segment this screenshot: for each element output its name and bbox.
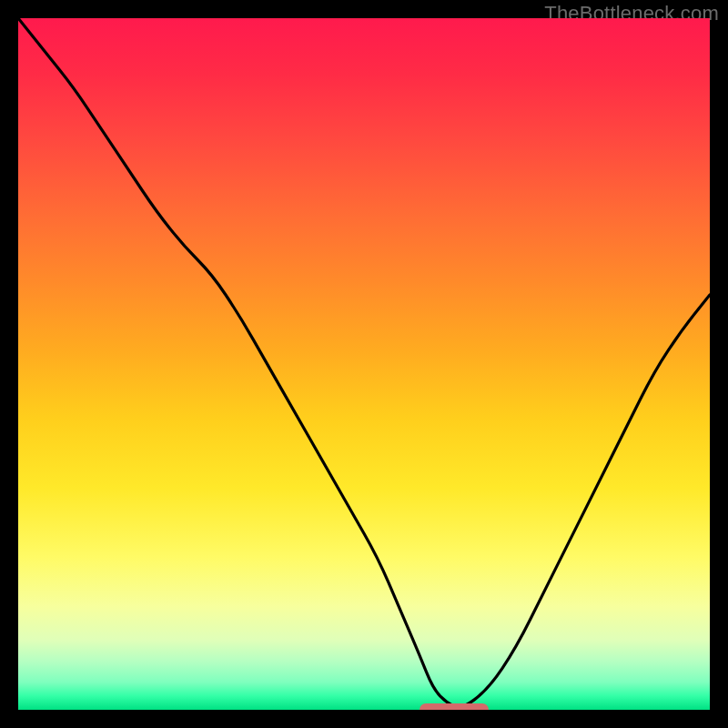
- bottleneck-curve: [18, 18, 710, 710]
- chart-frame: TheBottleneck.com: [0, 0, 728, 728]
- plot-area: [18, 18, 710, 710]
- optimal-range-marker: [420, 703, 489, 710]
